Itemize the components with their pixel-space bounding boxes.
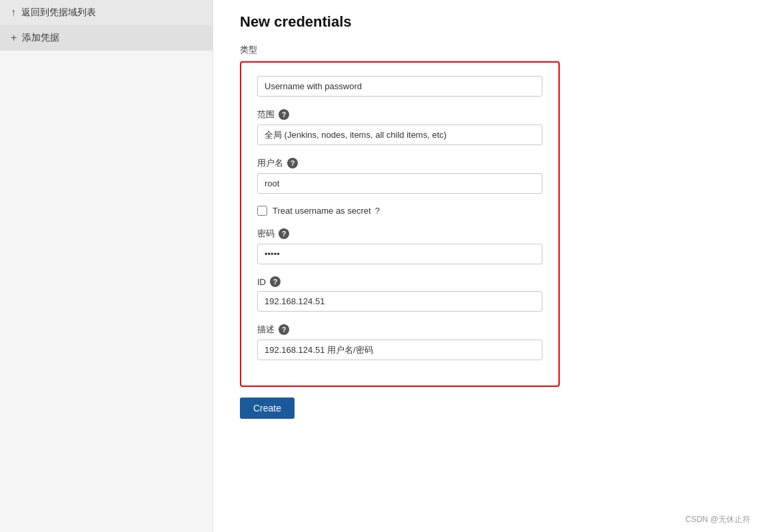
sidebar-add[interactable]: + 添加凭据 — [0, 25, 213, 51]
treat-username-row: Treat username as secret ? — [257, 206, 542, 216]
id-label-text: ID — [257, 277, 266, 287]
password-help-icon[interactable]: ? — [279, 228, 289, 239]
id-help-icon[interactable]: ? — [270, 276, 281, 287]
scope-label-row: 范围 ? — [257, 109, 542, 121]
scope-input[interactable] — [257, 125, 542, 145]
page-title: New credentials — [240, 13, 734, 31]
sidebar: ↑ 返回到凭据域列表 + 添加凭据 — [0, 0, 213, 532]
type-select[interactable]: Username with password — [257, 76, 542, 97]
scope-label-text: 范围 — [257, 109, 275, 121]
treat-username-help-icon[interactable]: ? — [375, 206, 380, 216]
description-label-row: 描述 ? — [257, 324, 542, 336]
sidebar-back-label: 返回到凭据域列表 — [21, 7, 96, 19]
description-input[interactable] — [257, 340, 542, 360]
description-label-text: 描述 — [257, 324, 275, 336]
scope-field: 范围 ? — [257, 109, 542, 145]
id-field: ID ? — [257, 276, 542, 312]
username-label-row: 用户名 ? — [257, 157, 542, 169]
description-field: 描述 ? — [257, 324, 542, 360]
treat-username-label: Treat username as secret ? — [273, 206, 380, 216]
main-content: New credentials 类型 Username with passwor… — [213, 0, 761, 532]
type-field: Username with password — [257, 76, 542, 97]
credentials-form: Username with password 范围 ? 用户名 ? — [240, 61, 560, 387]
username-label-text: 用户名 — [257, 157, 283, 169]
password-label-text: 密码 — [257, 228, 275, 240]
id-label-row: ID ? — [257, 276, 542, 287]
id-input[interactable] — [257, 291, 542, 312]
sidebar-back[interactable]: ↑ 返回到凭据域列表 — [0, 0, 213, 25]
sidebar-add-label: 添加凭据 — [22, 32, 59, 44]
password-input[interactable] — [257, 244, 542, 264]
type-section-label: 类型 — [240, 44, 734, 56]
add-icon: + — [11, 32, 17, 44]
password-label-row: 密码 ? — [257, 228, 542, 240]
create-button[interactable]: Create — [240, 398, 295, 419]
scope-help-icon[interactable]: ? — [279, 109, 289, 120]
description-help-icon[interactable]: ? — [279, 324, 289, 335]
treat-username-checkbox[interactable] — [257, 206, 267, 216]
password-field: 密码 ? — [257, 228, 542, 264]
watermark: CSDN @无休止符 — [685, 514, 750, 525]
username-help-icon[interactable]: ? — [287, 158, 298, 168]
username-input[interactable] — [257, 173, 542, 194]
back-icon: ↑ — [11, 7, 16, 19]
username-field: 用户名 ? — [257, 157, 542, 194]
